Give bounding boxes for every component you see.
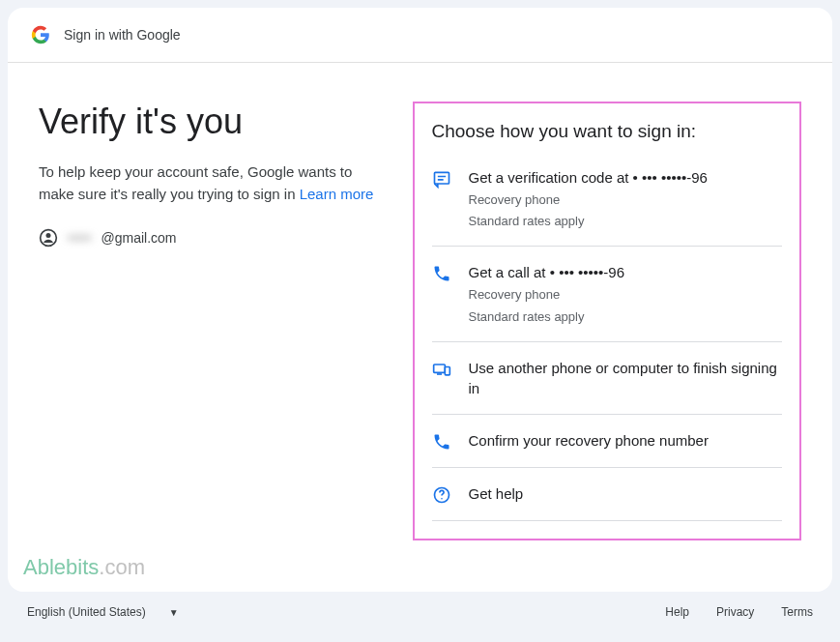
- phone-icon: [432, 264, 451, 283]
- header-title: Sign in with Google: [64, 27, 181, 43]
- help-link[interactable]: Help: [665, 605, 689, 619]
- message-icon: [432, 169, 451, 189]
- svg-rect-2: [434, 172, 449, 184]
- watermark-brand: Ablebits: [23, 555, 99, 579]
- watermark-suffix: .com: [99, 555, 145, 579]
- option-title: Get a call at • ••• •••••-96: [469, 262, 783, 282]
- option-phone-call[interactable]: Get a call at • ••• •••••-96 Recovery ph…: [432, 247, 783, 341]
- watermark: Ablebits.com: [23, 555, 145, 580]
- option-text: Get a verification code at • ••• •••••-9…: [469, 167, 783, 230]
- svg-point-1: [46, 233, 51, 238]
- option-sms-code[interactable]: Get a verification code at • ••• •••••-9…: [432, 161, 783, 247]
- option-title: Get help: [469, 483, 783, 504]
- option-text: Get help: [469, 483, 783, 505]
- option-confirm-recovery[interactable]: Confirm your recovery phone number: [432, 415, 783, 468]
- google-logo-icon: [31, 25, 50, 44]
- option-title: Confirm your recovery phone number: [469, 430, 783, 451]
- account-icon: [39, 228, 58, 248]
- account-domain: @gmail.com: [101, 230, 177, 246]
- svg-rect-5: [433, 365, 445, 372]
- option-sub1: Recovery phone: [469, 286, 783, 304]
- option-another-device[interactable]: Use another phone or computer to finish …: [432, 342, 783, 415]
- caret-down-icon: ▼: [169, 607, 179, 618]
- footer-links: Help Privacy Terms: [665, 605, 813, 619]
- svg-point-9: [441, 498, 443, 500]
- option-title: Get a verification code at • ••• •••••-9…: [469, 167, 783, 188]
- option-get-help[interactable]: Get help: [432, 468, 783, 521]
- option-title: Use another phone or computer to finish …: [469, 358, 783, 398]
- signin-options-panel: Choose how you want to sign in: Get a ve…: [413, 102, 802, 540]
- option-sub2: Standard rates apply: [469, 213, 783, 230]
- language-selector[interactable]: English (United States) ▼: [27, 605, 179, 619]
- footer: English (United States) ▼ Help Privacy T…: [8, 592, 832, 619]
- language-label: English (United States): [27, 605, 146, 619]
- page-title: Verify it's you: [39, 102, 390, 142]
- account-masked: •••••: [68, 230, 92, 246]
- description-text: To help keep your account safe, Google w…: [39, 161, 390, 205]
- learn-more-link[interactable]: Learn more: [300, 186, 374, 202]
- choose-title: Choose how you want to sign in:: [432, 121, 783, 142]
- option-text: Use another phone or computer to finish …: [469, 358, 783, 398]
- account-chip[interactable]: ••••• @gmail.com: [39, 228, 177, 248]
- svg-rect-7: [445, 366, 449, 374]
- devices-icon: [432, 360, 451, 379]
- help-icon: [432, 485, 451, 505]
- privacy-link[interactable]: Privacy: [716, 605, 754, 619]
- phone-icon: [432, 432, 451, 452]
- option-sub2: Standard rates apply: [469, 308, 783, 326]
- option-text: Get a call at • ••• •••••-96 Recovery ph…: [469, 262, 783, 325]
- card-header: Sign in with Google: [8, 8, 832, 63]
- option-sub1: Recovery phone: [469, 191, 783, 209]
- left-panel: Verify it's you To help keep your accoun…: [39, 102, 390, 540]
- option-text: Confirm your recovery phone number: [469, 430, 783, 452]
- content-area: Verify it's you To help keep your accoun…: [8, 63, 832, 560]
- signin-card: Sign in with Google Verify it's you To h…: [8, 8, 832, 592]
- terms-link[interactable]: Terms: [781, 605, 813, 619]
